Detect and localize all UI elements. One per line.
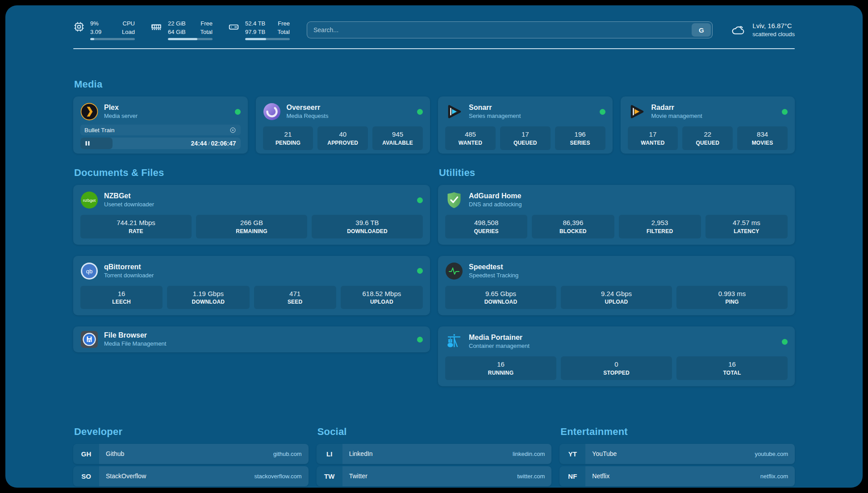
service-name: Sonarr	[469, 103, 521, 113]
stat-queued: 22 QUEUED	[682, 126, 733, 150]
status-dot	[417, 197, 423, 203]
section-title-media: Media	[74, 79, 795, 90]
topbar-divider	[73, 48, 795, 49]
memory-total-value: 64 GiB	[168, 28, 186, 36]
service-card-overseerr[interactable]: Overseerr Media Requests 21 PENDING 40 A…	[256, 96, 430, 154]
playback-progress-fill[interactable]	[80, 138, 113, 149]
section-utilities: Utilities	[438, 167, 795, 397]
service-desc: Speedtest Tracking	[469, 272, 518, 279]
bookmark-url: netflix.com	[760, 473, 788, 480]
stat-value: 47.57 ms	[707, 218, 786, 227]
bookmark-name: YouTube	[592, 450, 617, 457]
service-card-nzbget[interactable]: nzbget NZBGet Usenet downloader 74	[73, 185, 430, 245]
qbittorrent-icon-label: qb	[86, 268, 92, 275]
bookmark-github[interactable]: GH Github github.com	[73, 444, 309, 464]
stat-label: UPLOAD	[563, 299, 670, 305]
bookmark-abbr: SO	[73, 466, 99, 486]
stat-upload: 618.52 Mbps UPLOAD	[341, 286, 423, 309]
now-playing-title: Bullet Train	[84, 127, 115, 134]
sonarr-icon	[445, 103, 463, 121]
section-entertainment: Entertainment YT YouTube youtube.com NF …	[559, 426, 795, 488]
stat-value: 17	[630, 130, 676, 139]
total-duration: 02:06:47	[211, 140, 236, 147]
service-name: Media Portainer	[469, 333, 530, 343]
bookmark-linkedin[interactable]: LI LinkedIn linkedin.com	[317, 444, 552, 464]
bookmark-stackoverflow[interactable]: SO StackOverflow stackoverflow.com	[73, 466, 309, 486]
stat-seed: 471 SEED	[254, 286, 336, 309]
disk-progress-fill	[245, 38, 266, 40]
stat-available: 945 AVAILABLE	[372, 126, 423, 150]
cpu-progress-fill	[90, 38, 94, 40]
section-title-utilities: Utilities	[439, 167, 795, 179]
stat-label: RUNNING	[447, 370, 555, 376]
stat-value: 0	[563, 360, 670, 369]
stat-label: QUEUED	[684, 140, 731, 146]
stat-value: 9.65 Gbps	[447, 289, 555, 298]
memory-icon	[150, 21, 163, 33]
stat-label: QUEUED	[502, 140, 549, 146]
disk-free-label: Free	[278, 20, 290, 28]
stat-upload: 9.24 Gbps UPLOAD	[561, 286, 672, 309]
search-provider-button[interactable]: G	[692, 23, 711, 37]
service-card-plex[interactable]: Plex Media server Bullet Train	[73, 96, 248, 154]
service-name: AdGuard Home	[469, 192, 522, 201]
now-playing-row: Bullet Train	[80, 125, 241, 135]
service-desc: Media File Management	[104, 340, 166, 347]
playback-progress-bar: 24:44 / 02:06:47	[80, 138, 241, 149]
stat-queries: 498,508 QUERIES	[445, 215, 527, 238]
filebrowser-icon	[80, 330, 98, 348]
cloud-icon	[730, 23, 747, 37]
bookmark-name: Twitter	[349, 472, 367, 480]
status-dot	[417, 337, 423, 343]
bookmark-name: StackOverflow	[106, 472, 146, 480]
stat-label: PENDING	[265, 140, 312, 146]
service-card-sonarr[interactable]: Sonarr Series management 485 WANTED 17 Q…	[438, 96, 613, 154]
nzbget-icon-label: nzbget	[83, 198, 96, 203]
service-desc: Media server	[104, 113, 138, 120]
disk-free-value: 52.4 TB	[245, 20, 265, 28]
service-card-qbittorrent[interactable]: qb qBittorrent Torrent downloader	[73, 256, 430, 316]
memory-progress-track	[168, 38, 213, 40]
cpu-progress-track	[90, 38, 135, 40]
stat-label: RATE	[82, 228, 190, 234]
cpu-usage-value: 9%	[90, 20, 99, 28]
stat-label: PING	[678, 299, 786, 305]
cpu-widget: 9% CPU 3.09 Load	[73, 20, 135, 40]
service-desc: Torrent downloader	[104, 272, 154, 279]
status-dot	[417, 268, 423, 274]
bookmark-twitter[interactable]: TW Twitter twitter.com	[317, 466, 552, 486]
service-card-filebrowser[interactable]: File Browser Media File Management	[73, 326, 430, 352]
stat-label: STOPPED	[563, 370, 670, 376]
stat-queued: 17 QUEUED	[500, 126, 551, 150]
bookmark-abbr: LI	[317, 444, 342, 464]
service-card-speedtest[interactable]: Speedtest Speedtest Tracking 9.65 Gbps D…	[438, 256, 795, 316]
portainer-icon	[445, 333, 463, 351]
service-desc: Container management	[469, 343, 530, 350]
stat-label: FILTERED	[621, 228, 699, 234]
stop-session-icon[interactable]	[229, 126, 237, 134]
service-card-radarr[interactable]: Radarr Movie management 17 WANTED 22 QUE…	[621, 96, 795, 154]
section-social: Social LI LinkedIn linkedin.com TW Twitt…	[317, 426, 552, 488]
overseerr-icon	[263, 103, 281, 121]
bookmark-netflix[interactable]: NF Netflix netflix.com	[559, 466, 795, 486]
service-card-portainer[interactable]: Media Portainer Container management 16 …	[438, 326, 795, 386]
search-input[interactable]	[307, 22, 712, 38]
plex-icon	[80, 103, 98, 121]
service-card-adguard[interactable]: AdGuard Home DNS and adblocking 498,508 …	[438, 185, 795, 245]
service-desc: Movie management	[651, 113, 702, 120]
service-desc: Series management	[469, 113, 521, 120]
bookmark-name: Netflix	[592, 472, 609, 480]
stat-label: DOWNLOAD	[447, 299, 555, 305]
bookmark-name: Github	[106, 450, 124, 457]
stat-value: 9.24 Gbps	[563, 289, 670, 298]
status-dot	[235, 109, 241, 115]
service-name: Overseerr	[287, 103, 329, 113]
bookmark-youtube[interactable]: YT YouTube youtube.com	[559, 444, 795, 464]
disk-icon	[228, 21, 240, 33]
stat-label: UPLOAD	[342, 299, 421, 305]
stat-label: AVAILABLE	[374, 140, 421, 146]
stat-value: 945	[374, 130, 421, 139]
section-title-developer: Developer	[74, 426, 309, 438]
cpu-load-value: 3.09	[90, 28, 101, 36]
stat-value: 1.19 Gbps	[169, 289, 247, 298]
